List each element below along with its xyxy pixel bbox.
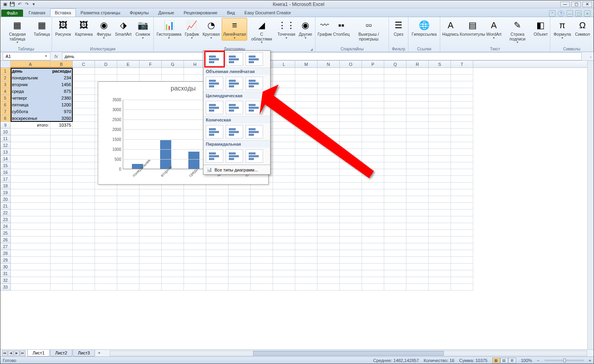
- cell[interactable]: [139, 264, 162, 270]
- cell[interactable]: [117, 210, 139, 216]
- column-header[interactable]: N: [317, 61, 340, 67]
- cell[interactable]: [429, 122, 451, 129]
- cell[interactable]: [384, 243, 406, 250]
- sheet-nav-last-icon[interactable]: ⏭: [20, 351, 25, 356]
- row-header[interactable]: 20: [0, 196, 11, 203]
- cell[interactable]: 10375: [50, 122, 73, 129]
- cell[interactable]: [184, 277, 206, 284]
- cell[interactable]: [273, 183, 295, 189]
- cell[interactable]: [117, 257, 139, 264]
- cell[interactable]: [206, 189, 228, 196]
- cell[interactable]: [451, 216, 473, 223]
- sheet-nav-first-icon[interactable]: ⏮: [2, 351, 8, 356]
- chart-type-option[interactable]: [206, 149, 223, 163]
- cell[interactable]: [317, 223, 340, 230]
- cell[interactable]: [340, 250, 362, 257]
- cell[interactable]: [295, 284, 317, 291]
- cell[interactable]: [139, 270, 162, 277]
- cell[interactable]: [273, 95, 295, 102]
- cell[interactable]: [251, 277, 273, 284]
- cell[interactable]: [117, 216, 139, 223]
- cell[interactable]: [50, 210, 73, 216]
- cell[interactable]: [139, 237, 162, 243]
- cell[interactable]: [273, 68, 295, 75]
- cell[interactable]: [317, 277, 340, 284]
- cell[interactable]: [295, 156, 317, 162]
- cell[interactable]: [317, 149, 340, 156]
- cell[interactable]: [384, 223, 406, 230]
- fx-icon[interactable]: fx: [50, 54, 62, 59]
- cell[interactable]: [162, 223, 184, 230]
- cell[interactable]: [451, 95, 473, 102]
- cell[interactable]: [95, 196, 117, 203]
- cell[interactable]: [340, 264, 362, 270]
- cell[interactable]: [73, 223, 95, 230]
- cell[interactable]: [340, 102, 362, 108]
- cell[interactable]: воскресенье: [11, 115, 50, 122]
- cell[interactable]: [451, 284, 473, 291]
- cell[interactable]: [273, 203, 295, 210]
- cell[interactable]: [50, 203, 73, 210]
- cell[interactable]: [50, 129, 73, 135]
- cell[interactable]: [451, 88, 473, 95]
- cell[interactable]: [73, 250, 95, 257]
- cell[interactable]: [406, 142, 429, 149]
- chart-type-option[interactable]: [206, 77, 223, 90]
- cell[interactable]: [95, 277, 117, 284]
- cell[interactable]: [384, 102, 406, 108]
- chart-type-option[interactable]: [226, 149, 243, 163]
- redo-icon[interactable]: ↷: [23, 1, 30, 8]
- row-header[interactable]: 27: [0, 243, 11, 250]
- chart-type-option[interactable]: [226, 77, 243, 90]
- cell[interactable]: [139, 223, 162, 230]
- cell[interactable]: [451, 210, 473, 216]
- cell[interactable]: [340, 81, 362, 88]
- cell[interactable]: 875: [50, 88, 73, 95]
- cell[interactable]: [406, 230, 429, 237]
- row-header[interactable]: 7: [0, 108, 11, 115]
- cell[interactable]: [362, 95, 384, 102]
- cell[interactable]: [50, 156, 73, 162]
- cell[interactable]: [251, 189, 273, 196]
- row-header[interactable]: 18: [0, 183, 11, 189]
- cell[interactable]: [295, 135, 317, 142]
- cell[interactable]: [317, 270, 340, 277]
- cell[interactable]: [362, 230, 384, 237]
- cell[interactable]: [295, 189, 317, 196]
- ribbon-button[interactable]: ◉Другие▼: [298, 18, 314, 40]
- cell[interactable]: [117, 270, 139, 277]
- ribbon-tab[interactable]: Формулы: [125, 8, 154, 17]
- cell[interactable]: [273, 264, 295, 270]
- ribbon-button[interactable]: 〰График: [317, 18, 332, 38]
- cell[interactable]: [317, 162, 340, 169]
- cell[interactable]: [340, 156, 362, 162]
- cell[interactable]: [228, 264, 251, 270]
- cell[interactable]: [406, 176, 429, 183]
- cell[interactable]: [11, 264, 50, 270]
- ribbon-button[interactable]: ☰Срез: [391, 18, 406, 38]
- cell[interactable]: [11, 223, 50, 230]
- chart-type-option[interactable]: [226, 101, 243, 114]
- cell[interactable]: [50, 162, 73, 169]
- cell[interactable]: [11, 203, 50, 210]
- cell[interactable]: [73, 68, 95, 75]
- ribbon-tab[interactable]: Вставка: [50, 8, 76, 17]
- cell[interactable]: [384, 183, 406, 189]
- ribbon-button[interactable]: ▦Сводная таблица▼: [2, 18, 33, 45]
- cell[interactable]: [451, 115, 473, 122]
- cell[interactable]: [340, 210, 362, 216]
- row-header[interactable]: 25: [0, 230, 11, 237]
- cell[interactable]: [11, 237, 50, 243]
- cell[interactable]: [406, 189, 429, 196]
- cell[interactable]: [362, 237, 384, 243]
- cell[interactable]: [362, 149, 384, 156]
- cell[interactable]: [406, 108, 429, 115]
- cell[interactable]: [184, 210, 206, 216]
- cell[interactable]: [362, 183, 384, 189]
- chart-type-option[interactable]: [206, 125, 223, 139]
- zoom-in-icon[interactable]: +: [589, 358, 591, 363]
- cell[interactable]: [317, 129, 340, 135]
- cell[interactable]: [273, 169, 295, 176]
- column-header[interactable]: P: [362, 61, 384, 67]
- cell[interactable]: [184, 270, 206, 277]
